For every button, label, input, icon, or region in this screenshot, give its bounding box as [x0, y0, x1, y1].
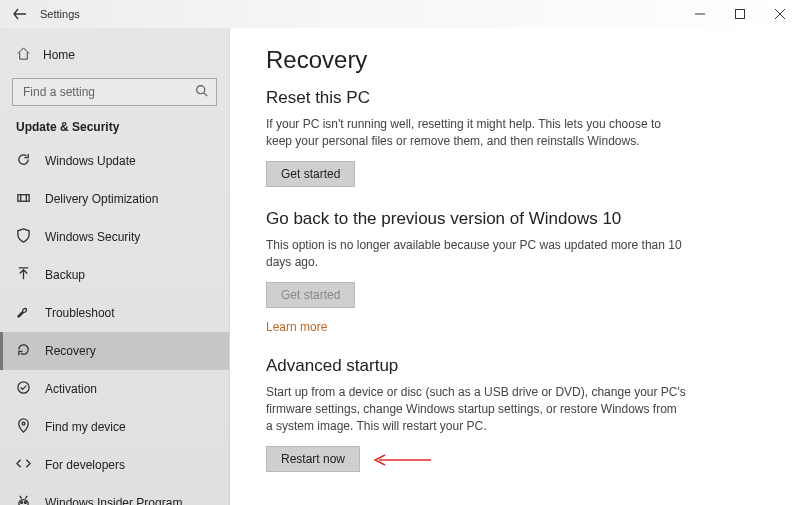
- sidebar-item-label: Delivery Optimization: [45, 192, 158, 206]
- svg-point-10: [21, 502, 23, 504]
- shield-icon: [16, 228, 31, 246]
- svg-line-5: [204, 93, 207, 96]
- sidebar: Home Update & Security Windows Update De…: [0, 28, 230, 505]
- delivery-icon: [16, 190, 31, 208]
- sidebar-item-label: For developers: [45, 458, 125, 472]
- reset-section: Reset this PC If your PC isn't running w…: [266, 88, 764, 187]
- sidebar-item-windows-insider-program[interactable]: Windows Insider Program: [0, 484, 229, 505]
- sidebar-item-recovery[interactable]: Recovery: [0, 332, 229, 370]
- nav-list: Windows Update Delivery Optimization Win…: [0, 142, 229, 505]
- goback-section: Go back to the previous version of Windo…: [266, 209, 764, 334]
- recovery-icon: [16, 342, 31, 360]
- sidebar-item-label: Windows Security: [45, 230, 140, 244]
- goback-description: This option is no longer available becau…: [266, 237, 686, 272]
- minimize-button[interactable]: [680, 0, 720, 28]
- check-circle-icon: [16, 380, 31, 398]
- close-button[interactable]: [760, 0, 800, 28]
- home-label: Home: [43, 48, 75, 62]
- sidebar-item-label: Troubleshoot: [45, 306, 115, 320]
- main-panel: Recovery Reset this PC If your PC isn't …: [230, 28, 800, 505]
- sidebar-item-label: Backup: [45, 268, 85, 282]
- sidebar-item-troubleshoot[interactable]: Troubleshoot: [0, 294, 229, 332]
- reset-heading: Reset this PC: [266, 88, 764, 108]
- wrench-icon: [16, 304, 31, 322]
- advanced-section: Advanced startup Start up from a device …: [266, 356, 764, 472]
- sidebar-item-backup[interactable]: Backup: [0, 256, 229, 294]
- sidebar-item-for-developers[interactable]: For developers: [0, 446, 229, 484]
- location-icon: [16, 418, 31, 436]
- code-icon: [16, 456, 31, 474]
- reset-get-started-button[interactable]: Get started: [266, 161, 355, 187]
- svg-rect-6: [18, 195, 29, 202]
- sidebar-item-activation[interactable]: Activation: [0, 370, 229, 408]
- advanced-heading: Advanced startup: [266, 356, 764, 376]
- learn-more-link[interactable]: Learn more: [266, 320, 327, 334]
- restart-now-button[interactable]: Restart now: [266, 446, 360, 472]
- goback-get-started-button: Get started: [266, 282, 355, 308]
- search-input[interactable]: [21, 84, 195, 100]
- advanced-description: Start up from a device or disc (such as …: [266, 384, 686, 436]
- sidebar-item-label: Find my device: [45, 420, 126, 434]
- home-icon: [16, 46, 31, 64]
- sidebar-item-label: Windows Update: [45, 154, 136, 168]
- titlebar: Settings: [0, 0, 800, 28]
- svg-point-8: [22, 422, 25, 425]
- refresh-icon: [16, 152, 31, 170]
- svg-rect-1: [736, 10, 745, 19]
- insider-icon: [16, 494, 31, 505]
- sidebar-item-find-my-device[interactable]: Find my device: [0, 408, 229, 446]
- search-box[interactable]: [12, 78, 217, 106]
- page-title: Recovery: [266, 46, 764, 74]
- annotation-arrow-icon: [373, 454, 433, 466]
- back-button[interactable]: [0, 7, 40, 21]
- goback-heading: Go back to the previous version of Windo…: [266, 209, 764, 229]
- maximize-button[interactable]: [720, 0, 760, 28]
- sidebar-item-label: Recovery: [45, 344, 96, 358]
- search-icon: [195, 84, 208, 100]
- svg-point-7: [18, 382, 29, 393]
- backup-icon: [16, 266, 31, 284]
- sidebar-item-windows-security[interactable]: Windows Security: [0, 218, 229, 256]
- svg-point-4: [197, 86, 205, 94]
- sidebar-item-windows-update[interactable]: Windows Update: [0, 142, 229, 180]
- category-heading: Update & Security: [0, 116, 229, 142]
- window-title: Settings: [40, 8, 80, 20]
- svg-point-11: [24, 502, 26, 504]
- home-button[interactable]: Home: [0, 38, 229, 72]
- sidebar-item-delivery-optimization[interactable]: Delivery Optimization: [0, 180, 229, 218]
- sidebar-item-label: Activation: [45, 382, 97, 396]
- sidebar-item-label: Windows Insider Program: [45, 496, 182, 505]
- reset-description: If your PC isn't running well, resetting…: [266, 116, 686, 151]
